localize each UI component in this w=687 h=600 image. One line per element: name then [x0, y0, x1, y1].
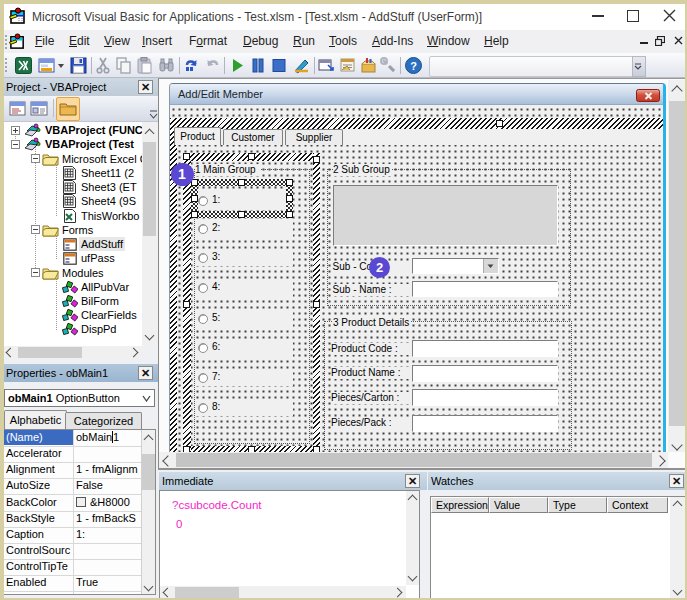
svg-text:?: ?	[410, 60, 417, 72]
